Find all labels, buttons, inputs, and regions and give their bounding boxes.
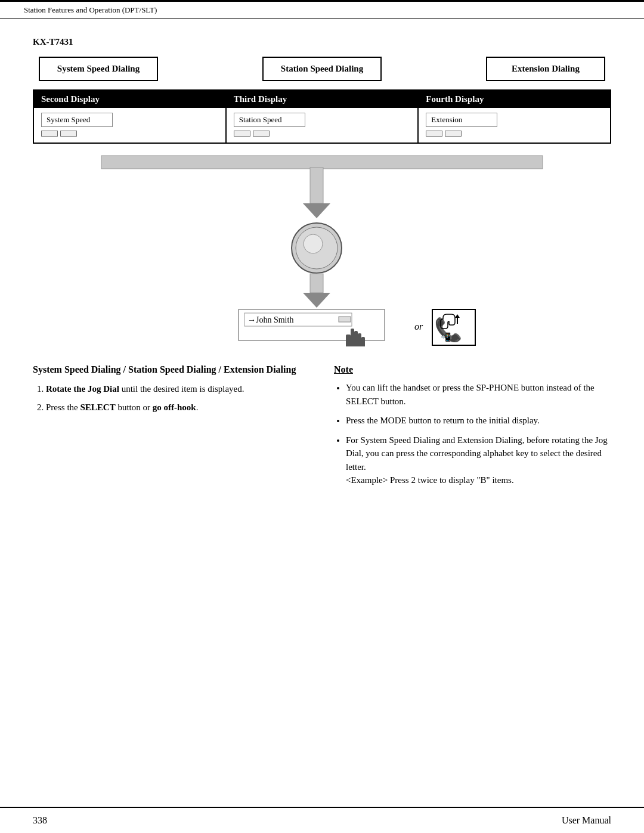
- display-row: Second Display System Speed Third Displa…: [33, 89, 611, 144]
- svg-rect-13: [346, 335, 351, 346]
- note-bullet-1: You can lift the handset or press the SP…: [346, 381, 611, 408]
- button-row: System Speed Dialing Station Speed Diali…: [33, 57, 611, 81]
- model-label: KX-T7431: [33, 37, 611, 47]
- fourth-display-screen: Extension: [419, 108, 610, 143]
- instructions: Rotate the Jog Dial until the desired it…: [33, 382, 310, 414]
- second-soft-key-2[interactable]: [60, 131, 77, 137]
- third-soft-keys: [234, 131, 411, 137]
- diagram-svg-area: →John Smith or: [33, 144, 611, 346]
- extension-button[interactable]: Extension Dialing: [486, 57, 605, 81]
- header-subtitle: Station Features and Operation (DPT/SLT): [24, 5, 157, 14]
- main-content: KX-T7431 System Speed Dialing Station Sp…: [0, 19, 644, 541]
- svg-marker-8: [303, 293, 330, 308]
- svg-rect-15: [354, 331, 358, 346]
- svg-rect-0: [101, 156, 543, 169]
- diagram-area: System Speed Dialing Station Speed Diali…: [33, 57, 611, 346]
- svg-text:📲: 📲: [441, 332, 451, 342]
- third-display-title: Third Display: [234, 94, 287, 104]
- station-speed-button[interactable]: Station Speed Dialing: [262, 57, 382, 81]
- step-2: Press the SELECT button or go off-hook.: [46, 401, 310, 414]
- second-display-title: Second Display: [41, 94, 100, 104]
- fourth-soft-key-1[interactable]: [426, 131, 442, 137]
- fourth-display-header: Fourth Display: [419, 91, 610, 108]
- svg-rect-1: [310, 168, 323, 203]
- svg-rect-17: [361, 337, 365, 346]
- third-soft-key-1[interactable]: [234, 131, 250, 137]
- svg-text:or: or: [414, 321, 423, 332]
- second-soft-key-1[interactable]: [41, 131, 58, 137]
- svg-text:→John Smith: →John Smith: [247, 315, 293, 324]
- step2-bold2: go off-hook: [153, 402, 196, 412]
- note-bullet-2: Press the MODE button to return to the i…: [346, 414, 611, 428]
- second-soft-keys: [41, 131, 218, 137]
- text-section: System Speed Dialing / Station Speed Dia…: [33, 364, 611, 493]
- note-bullet-3-text: For System Speed Dialing and Extension D…: [346, 435, 608, 472]
- svg-marker-3: [303, 203, 330, 218]
- second-display-panel: Second Display System Speed: [34, 91, 227, 143]
- third-display-screen: Station Speed: [227, 108, 418, 143]
- text-right: Note You can lift the handset or press t…: [334, 364, 611, 493]
- system-speed-button[interactable]: System Speed Dialing: [39, 57, 158, 81]
- fourth-display-title: Fourth Display: [426, 94, 484, 104]
- fourth-lcd: Extension: [426, 113, 497, 127]
- connector-svg: →John Smith or: [54, 144, 590, 346]
- third-display-header: Third Display: [227, 91, 418, 108]
- fourth-soft-key-2[interactable]: [445, 131, 462, 137]
- svg-rect-7: [310, 274, 323, 293]
- second-lcd: System Speed: [41, 113, 113, 127]
- svg-rect-16: [358, 333, 361, 346]
- step2-bold: SELECT: [80, 402, 116, 412]
- page-wrapper: Station Features and Operation (DPT/SLT)…: [0, 0, 644, 833]
- third-soft-key-2[interactable]: [253, 131, 270, 137]
- svg-point-6: [304, 234, 323, 253]
- second-display-header: Second Display: [34, 91, 225, 108]
- step2-end: .: [196, 402, 199, 412]
- step1-bold: Rotate the Jog Dial: [46, 384, 119, 394]
- top-bar: Station Features and Operation (DPT/SLT): [0, 0, 644, 19]
- third-lcd: Station Speed: [234, 113, 305, 127]
- note-bullets: You can lift the handset or press the SP…: [334, 381, 611, 487]
- step2-pre: Press the: [46, 402, 80, 412]
- step-1: Rotate the Jog Dial until the desired it…: [46, 382, 310, 396]
- text-left: System Speed Dialing / Station Speed Dia…: [33, 364, 310, 493]
- footer: 338 User Manual: [0, 807, 644, 833]
- step1-rest: until the desired item is displayed.: [119, 384, 244, 394]
- svg-rect-12: [339, 317, 351, 322]
- svg-rect-24: [457, 318, 458, 324]
- note-bullet-3-example: <Example> Press 2 twice to display "B" i…: [346, 475, 514, 485]
- note-title: Note: [334, 364, 611, 375]
- third-display-panel: Third Display Station Speed: [227, 91, 419, 143]
- second-display-screen: System Speed: [34, 108, 225, 143]
- fourth-display-panel: Fourth Display Extension: [419, 91, 610, 143]
- section-title: System Speed Dialing / Station Speed Dia…: [33, 364, 310, 375]
- step2-mid: button or: [116, 402, 153, 412]
- note-bullet-3: For System Speed Dialing and Extension D…: [346, 433, 611, 487]
- fourth-soft-keys: [426, 131, 603, 137]
- footer-label: User Manual: [562, 815, 611, 826]
- svg-rect-14: [351, 329, 354, 346]
- page-number: 338: [33, 815, 47, 826]
